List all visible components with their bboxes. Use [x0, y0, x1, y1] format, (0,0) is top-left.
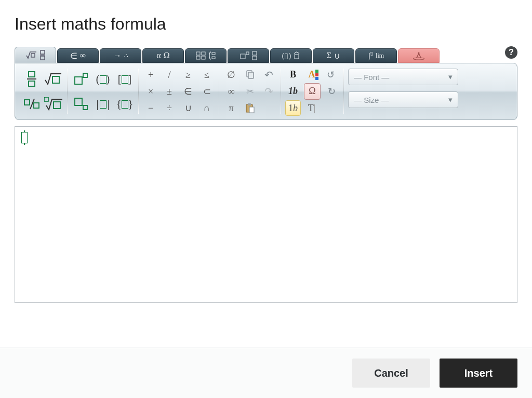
minus-button[interactable]: − — [143, 100, 158, 116]
subscript-icon — [252, 51, 257, 60]
element-of-op-icon: ∈ — [184, 86, 192, 97]
font-color-button[interactable]: A — [304, 67, 320, 83]
parens-template-icon: () — [96, 73, 110, 85]
subscript-button[interactable] — [72, 95, 90, 113]
slash-button[interactable]: / — [162, 67, 177, 83]
svg-rect-5 — [202, 52, 205, 55]
help-icon: ? — [509, 48, 514, 57]
ltr-button[interactable]: ↻ — [324, 84, 339, 99]
cut-icon: ✂ — [246, 86, 254, 97]
tab-big-operators[interactable]: Σ ∪ — [313, 48, 354, 63]
paren-slot-icon: (▯) — [282, 51, 291, 60]
plus-button[interactable]: + — [143, 67, 158, 83]
parentheses-button[interactable]: () — [94, 70, 112, 88]
abs-template-icon: || — [96, 98, 109, 110]
divide-button[interactable]: ÷ — [162, 100, 177, 116]
tab-handwriting[interactable] — [398, 48, 440, 63]
svg-rect-8 — [212, 52, 215, 55]
text-mode-icon: T| — [308, 103, 316, 114]
omega-cap-icon: Ω — [164, 51, 170, 60]
tab-arrows[interactable]: → ∴ — [100, 48, 141, 63]
svg-rect-34 — [249, 107, 254, 113]
svg-rect-1 — [41, 50, 45, 54]
slash-icon: / — [168, 70, 170, 81]
upright-button[interactable]: 1b — [285, 100, 301, 116]
font-dropdown-label: — Font — — [354, 73, 389, 82]
svg-rect-29 — [83, 105, 87, 110]
bold-button[interactable]: B — [285, 67, 301, 83]
empty-slot-cursor — [21, 132, 28, 143]
copy-button[interactable] — [242, 67, 258, 83]
size-dropdown-label: — Size — — [354, 96, 389, 104]
chevron-down-icon: ▾ — [448, 95, 453, 104]
abs-button[interactable]: || — [94, 95, 112, 113]
infinity-button[interactable]: ∞ — [223, 84, 239, 99]
bold-icon: B — [290, 69, 296, 80]
undo-button[interactable]: ↶ — [261, 67, 276, 83]
dialog-title: Insert maths formula — [15, 15, 517, 34]
tab-set-symbols[interactable]: ∈ ∞ — [57, 48, 99, 63]
subset-button[interactable]: ⊂ — [199, 84, 215, 99]
le-button[interactable]: ≤ — [199, 67, 215, 83]
text-mode-button[interactable]: T| — [304, 100, 320, 116]
size-dropdown[interactable]: — Size — ▾ — [348, 91, 458, 108]
intersection-icon: ∩ — [204, 103, 210, 114]
paste-button[interactable] — [242, 100, 258, 116]
redo-button[interactable]: ↷ — [261, 84, 276, 99]
tab-calculus[interactable]: ∫▯ lim — [355, 48, 397, 63]
union-op-icon: ∪ — [185, 102, 192, 114]
union-button[interactable]: ∪ — [180, 100, 196, 116]
redo-icon: ↷ — [264, 85, 273, 98]
svg-point-15 — [413, 58, 424, 60]
help-button[interactable]: ? — [505, 46, 517, 59]
plusminus-button[interactable]: ± — [162, 84, 177, 99]
nth-root-button[interactable] — [44, 95, 63, 113]
insert-button[interactable]: Insert — [440, 359, 517, 388]
rtl-button[interactable]: ↺ — [323, 67, 338, 83]
tab-scripts[interactable] — [228, 48, 269, 63]
sqrt-button[interactable] — [44, 70, 63, 88]
braces-template-icon: {} — [116, 98, 133, 110]
cancel-label: Cancel — [374, 367, 408, 379]
cut-button[interactable]: ✂ — [242, 84, 258, 99]
svg-rect-28 — [75, 98, 82, 105]
formula-editor[interactable] — [15, 126, 517, 303]
cancel-button[interactable]: Cancel — [352, 359, 430, 388]
svg-rect-4 — [196, 52, 200, 55]
svg-rect-21 — [24, 100, 30, 105]
italic-button[interactable]: 1b — [285, 84, 301, 99]
svg-rect-27 — [83, 73, 87, 77]
tab-roots-fractions[interactable] — [15, 47, 56, 63]
bevel-fraction-icon — [24, 98, 39, 110]
charmap-button[interactable]: Ω — [304, 83, 321, 100]
union-icon: ∪ — [334, 51, 340, 61]
element-of-icon: ∈ — [70, 51, 77, 61]
svg-rect-26 — [75, 77, 82, 84]
intersection-button[interactable]: ∩ — [199, 100, 215, 116]
svg-rect-23 — [34, 103, 39, 108]
brackets-button[interactable]: [] — [115, 70, 134, 88]
element-of-button[interactable]: ∈ — [180, 84, 196, 99]
braces-button[interactable]: {} — [115, 95, 134, 113]
upright-icon: 1b — [288, 103, 298, 114]
sqrt-icon — [26, 51, 37, 59]
svg-rect-9 — [212, 57, 215, 59]
fraction-icon — [40, 50, 45, 60]
ge-button[interactable]: ≥ — [180, 67, 196, 83]
times-icon: × — [148, 86, 153, 97]
pi-button[interactable]: π — [223, 100, 239, 116]
svg-rect-20 — [52, 76, 59, 83]
superscript-button[interactable] — [72, 70, 90, 88]
svg-rect-24 — [44, 97, 48, 101]
tab-greek[interactable]: α Ω — [142, 48, 184, 63]
font-dropdown[interactable]: — Font — ▾ — [348, 69, 458, 85]
svg-rect-11 — [246, 52, 249, 55]
fraction-button[interactable] — [22, 70, 41, 88]
chevron-down-icon: ▾ — [448, 72, 453, 82]
bevel-fraction-button[interactable] — [22, 95, 41, 113]
times-button[interactable]: × — [143, 84, 158, 99]
tab-accents[interactable]: (▯) — [270, 48, 312, 63]
svg-rect-7 — [202, 56, 205, 59]
empty-set-button[interactable]: ∅ — [223, 67, 239, 83]
tab-matrices[interactable] — [185, 48, 227, 63]
